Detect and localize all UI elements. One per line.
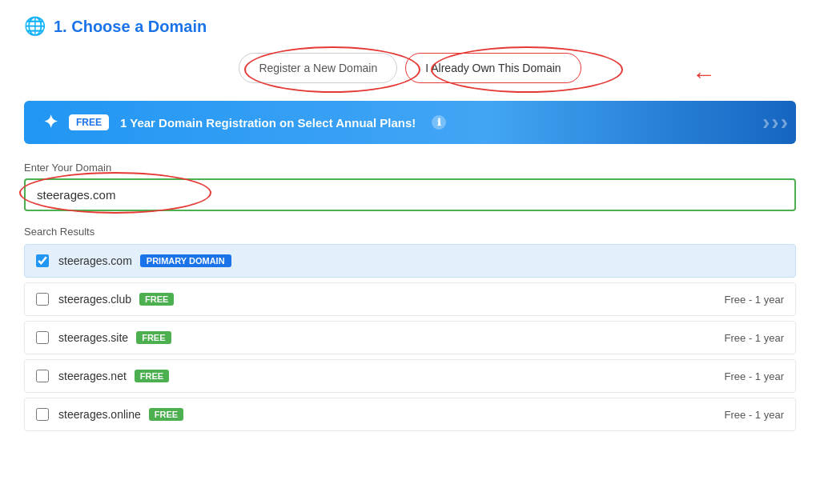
chevron-2: › [771, 110, 778, 135]
domain-input-section: Enter Your Domain [24, 162, 796, 211]
sparkle-icon: ✦ [43, 112, 58, 133]
promo-chevrons: › › › [762, 101, 788, 144]
result-row-primary[interactable]: steerages.com PRIMARY DOMAIN [24, 244, 796, 278]
domain-input-wrapper [24, 178, 796, 211]
primary-domain-badge: PRIMARY DOMAIN [140, 254, 231, 267]
result-row-online[interactable]: steerages.online FREE Free - 1 year [24, 398, 796, 431]
chevron-3: › [781, 110, 788, 135]
result-checkbox-site[interactable] [36, 331, 49, 344]
search-results-section: Search Results steerages.com PRIMARY DOM… [24, 226, 796, 431]
tab-already-own-domain[interactable]: I Already Own This Domain [405, 53, 581, 83]
promo-banner: ✦ FREE 1 Year Domain Registration on Sel… [24, 101, 796, 144]
arrow-indicator: ← [692, 61, 716, 88]
promo-info-icon[interactable]: ℹ [432, 115, 446, 130]
result-row-club[interactable]: steerages.club FREE Free - 1 year [24, 282, 796, 316]
domain-input-label: Enter Your Domain [24, 162, 796, 174]
promo-text: 1 Year Domain Registration on Select Ann… [120, 116, 416, 130]
result-domain-online: steerages.online [58, 408, 141, 421]
free-badge-club: FREE [139, 293, 174, 306]
search-results-label: Search Results [24, 226, 796, 238]
free-badge-online: FREE [149, 408, 183, 421]
result-domain-club: steerages.club [58, 293, 131, 306]
result-checkbox-club[interactable] [36, 293, 49, 306]
result-domain-net: steerages.net [58, 370, 127, 382]
result-price-online: Free - 1 year [725, 409, 784, 421]
domain-search-input[interactable] [24, 178, 796, 211]
chevron-1: › [762, 110, 770, 135]
result-row-site[interactable]: steerages.site FREE Free - 1 year [24, 321, 796, 354]
result-price-site: Free - 1 year [725, 332, 784, 344]
promo-free-badge: FREE [69, 114, 109, 130]
result-price-club: Free - 1 year [725, 294, 784, 306]
free-badge-net: FREE [135, 370, 169, 382]
tab-register-new-domain[interactable]: Register a New Domain [239, 53, 397, 83]
result-checkbox-primary[interactable] [36, 254, 49, 267]
result-domain-primary: steerages.com [58, 254, 132, 267]
result-domain-site: steerages.site [58, 331, 128, 344]
free-badge-site: FREE [136, 331, 171, 344]
globe-icon: 🌐 [24, 16, 46, 37]
result-checkbox-online[interactable] [36, 408, 49, 421]
page-title: 1. Choose a Domain [54, 18, 207, 36]
tab-row: Register a New Domain I Already Own This… [24, 53, 796, 83]
result-checkbox-net[interactable] [36, 370, 49, 382]
result-price-net: Free - 1 year [725, 370, 784, 382]
result-row-net[interactable]: steerages.net FREE Free - 1 year [24, 359, 796, 393]
page-header: 🌐 1. Choose a Domain [24, 16, 796, 37]
